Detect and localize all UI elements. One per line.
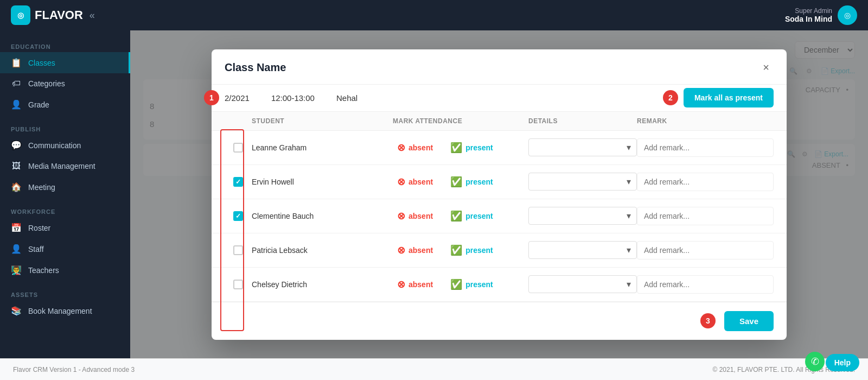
step-badge-1: 1 <box>204 90 219 105</box>
sidebar-item-book[interactable]: 📚 Book Management <box>0 300 130 321</box>
sidebar-item-classes[interactable]: 📋 Classes <box>0 52 130 73</box>
topbar-right: Super Admin Soda In Mind ◎ <box>785 5 857 25</box>
attendance-group-5: ⊗ absent ✅ present <box>393 276 528 293</box>
dropdown-arrow-3: ▾ <box>627 211 631 221</box>
absent-icon-3: ⊗ <box>397 210 405 222</box>
sidebar-item-categories[interactable]: 🏷 Categories <box>0 73 130 94</box>
modal-close-button[interactable]: × <box>758 60 774 75</box>
sidebar-label-staff: Staff <box>28 245 44 254</box>
th-checkbox <box>225 117 252 125</box>
sidebar-label-categories: Categories <box>28 79 65 88</box>
meeting-icon: 🏠 <box>11 182 22 192</box>
help-button[interactable]: Help <box>826 354 859 371</box>
table-row: Ervin Howell ⊗ absent ✅ present <box>212 165 787 199</box>
remark-input-1[interactable] <box>637 138 774 157</box>
present-button-1[interactable]: ✅ present <box>446 140 497 156</box>
version-label: Flavor CRM Version 1 - Advanced mode 3 <box>13 366 135 373</box>
sidebar-label-roster: Roster <box>28 224 50 232</box>
th-details: DETAILS <box>528 117 637 125</box>
dropdown-arrow-4: ▾ <box>627 245 631 255</box>
absent-button-2[interactable]: ⊗ absent <box>393 174 437 190</box>
sidebar-section-assets: ASSETS <box>0 287 130 300</box>
attendance-group-3: ⊗ absent ✅ present <box>393 208 528 224</box>
footer-bar: Flavor CRM Version 1 - Advanced mode 3 ©… <box>0 358 868 380</box>
absent-icon-4: ⊗ <box>397 244 405 256</box>
th-remark: REMARK <box>637 117 774 125</box>
checkbox-2[interactable] <box>233 177 243 187</box>
avatar: ◎ <box>838 5 857 25</box>
checkbox-3[interactable] <box>233 211 243 221</box>
user-name: Soda In Mind <box>785 15 832 23</box>
sidebar-label-media: Media Management <box>28 162 95 170</box>
attendance-group-1: ⊗ absent ✅ present <box>393 140 528 156</box>
details-dropdown-4[interactable]: ▾ <box>528 241 637 259</box>
sidebar-item-meeting[interactable]: 🏠 Meeting <box>0 176 130 198</box>
sidebar-item-media[interactable]: 🖼 Media Management <box>0 156 130 176</box>
student-name-3: Clementine Bauch <box>252 212 393 220</box>
absent-button-5[interactable]: ⊗ absent <box>393 276 437 293</box>
categories-icon: 🏷 <box>11 79 22 88</box>
remark-input-4[interactable] <box>637 241 774 259</box>
present-button-4[interactable]: ✅ present <box>446 242 497 258</box>
sidebar-item-teachers[interactable]: 👨‍🏫 Teachers <box>0 259 130 281</box>
absent-button-1[interactable]: ⊗ absent <box>393 140 437 156</box>
mark-all-present-button[interactable]: Mark all as present <box>684 88 774 107</box>
details-dropdown-5[interactable]: ▾ <box>528 275 637 293</box>
absent-button-4[interactable]: ⊗ absent <box>393 242 437 258</box>
table-header: STUDENT MARK ATTENDANCE DETAILS REMARK <box>212 112 787 131</box>
remark-input-5[interactable] <box>637 275 774 294</box>
checkbox-container-2 <box>225 177 252 187</box>
present-icon-5: ✅ <box>450 278 462 290</box>
checkbox-container-1 <box>225 143 252 153</box>
sidebar-section-publish: PUBLISH <box>0 122 130 135</box>
checkbox-4[interactable] <box>233 245 243 255</box>
details-dropdown-2[interactable]: ▾ <box>528 173 637 191</box>
checkbox-1[interactable] <box>233 143 243 153</box>
modal-title: Class Name <box>225 61 286 74</box>
media-icon: 🖼 <box>11 161 22 171</box>
sidebar-item-roster[interactable]: 📅 Roster <box>0 217 130 238</box>
content-area: December 🔍 ⚙ 📄 Export... CAPACITY • 8 8 … <box>130 30 868 358</box>
details-dropdown-1[interactable]: ▾ <box>528 138 637 156</box>
sidebar-label-communication: Communication <box>28 141 81 150</box>
sidebar-item-staff[interactable]: 👤 Staff <box>0 238 130 259</box>
remark-input-3[interactable] <box>637 207 774 225</box>
attendance-group-4: ⊗ absent ✅ present <box>393 242 528 258</box>
topbar-left: ◎ FLAVOR « <box>11 5 95 25</box>
roster-icon: 📅 <box>11 223 22 233</box>
absent-icon-5: ⊗ <box>397 278 405 290</box>
checkbox-container-3 <box>225 211 252 221</box>
dropdown-arrow-2: ▾ <box>627 176 631 187</box>
checkbox-5[interactable] <box>233 280 243 289</box>
teachers-icon: 👨‍🏫 <box>11 265 22 275</box>
present-button-5[interactable]: ✅ present <box>446 276 497 293</box>
table-row: Leanne Graham ⊗ absent ✅ present <box>212 131 787 165</box>
dropdown-arrow-5: ▾ <box>627 279 631 289</box>
table-row: Clementine Bauch ⊗ absent ✅ present <box>212 199 787 233</box>
student-name-1: Leanne Graham <box>252 143 393 152</box>
step-badge-3: 3 <box>700 313 716 328</box>
present-button-2[interactable]: ✅ present <box>446 174 497 190</box>
absent-button-3[interactable]: ⊗ absent <box>393 208 437 224</box>
sidebar-label-classes: Classes <box>28 59 55 67</box>
modal-date: 2/2021 <box>225 93 250 103</box>
staff-icon: 👤 <box>11 244 22 254</box>
th-student: STUDENT <box>252 117 393 125</box>
remark-input-2[interactable] <box>637 173 774 191</box>
sidebar-label-meeting: Meeting <box>28 183 55 192</box>
table-row: Chelsey Dietrich ⊗ absent ✅ present <box>212 268 787 302</box>
save-button[interactable]: Save <box>724 311 774 331</box>
sidebar-item-communication[interactable]: 💬 Communication <box>0 135 130 156</box>
details-dropdown-3[interactable]: ▾ <box>528 207 637 225</box>
main-layout: EDUCATION 📋 Classes 🏷 Categories 👤 Grade… <box>0 30 868 358</box>
collapse-button[interactable]: « <box>90 10 95 21</box>
sidebar-item-grade[interactable]: 👤 Grade <box>0 94 130 115</box>
th-mark-attendance: MARK ATTENDANCE <box>393 117 528 125</box>
student-name-5: Chelsey Dietrich <box>252 280 393 289</box>
attendance-group-2: ⊗ absent ✅ present <box>393 174 528 190</box>
whatsapp-icon[interactable]: ✆ <box>805 352 825 371</box>
student-name-2: Ervin Howell <box>252 178 393 186</box>
user-info: Super Admin Soda In Mind <box>785 7 832 23</box>
topbar: ◎ FLAVOR « Super Admin Soda In Mind ◎ <box>0 0 868 30</box>
present-button-3[interactable]: ✅ present <box>446 208 497 224</box>
